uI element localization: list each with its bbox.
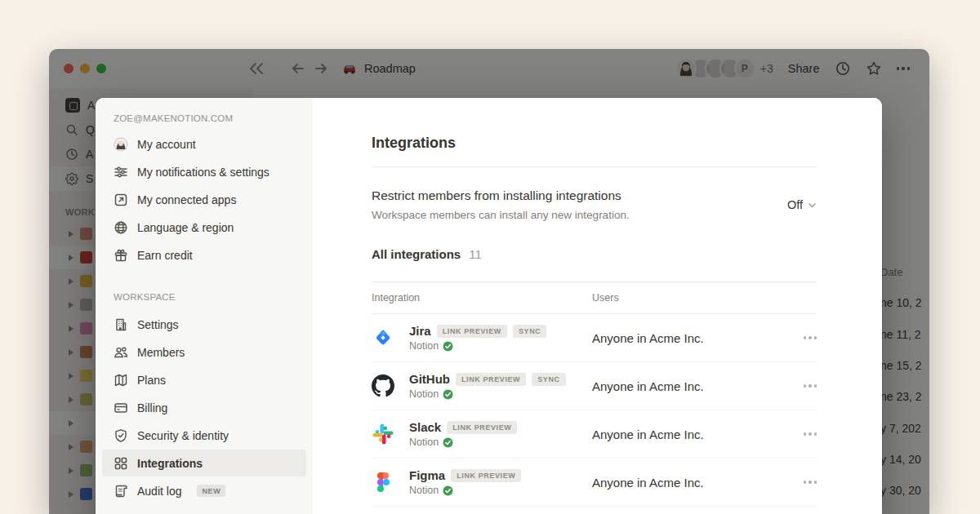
row-menu-icon[interactable] [789,336,817,339]
table-row: GitHub LINK PREVIEW SYNC Notion Anyo [372,362,817,410]
developer-name: Notion [409,340,439,352]
shield-check-icon [114,428,128,443]
settings-item-members[interactable]: Members [102,339,306,366]
credit-card-icon [114,401,128,415]
integration-name: Slack [409,420,441,434]
integration-users: Anyone in Acme Inc. [592,476,789,490]
sync-badge: SYNC [513,325,546,338]
settings-item-label: Plans [137,374,166,387]
table-row: Figma LINK PREVIEW Notion Anyone in Acme… [372,459,817,507]
verified-check-icon [443,389,453,400]
settings-item-label: My account [137,138,196,151]
settings-modal: ZOE@MAKENOTION.COM My account My notific… [96,98,882,514]
figma-logo [372,471,394,494]
table-row: Jira LINK PREVIEW SYNC Notion Anyone [372,314,817,362]
link-preview-badge: LINK PREVIEW [437,325,507,338]
developer-name: Notion [409,485,439,496]
github-logo [372,374,394,397]
settings-item-language-region[interactable]: Language & region [102,214,306,241]
row-menu-icon[interactable] [789,481,817,484]
integration-name: Jira [409,324,431,338]
building-icon [114,317,128,332]
table-header: Integration Users [372,281,817,314]
jira-logo [372,326,394,349]
new-badge: NEW [197,485,225,497]
restrict-subtitle: Workspace members can install any new in… [372,208,630,223]
arrow-up-right-box-icon [114,193,128,207]
gift-icon [114,248,128,263]
settings-item-label: Members [137,346,185,359]
column-integration: Integration [372,292,592,304]
settings-item-security[interactable]: Security & identity [102,422,306,449]
integration-users: Anyone in Acme Inc. [592,331,789,345]
developer-name: Notion [409,388,439,400]
link-preview-badge: LINK PREVIEW [456,373,526,386]
page: Roadmap P +3 Share [0,0,980,514]
content-title: Integrations [372,132,817,153]
integration-name: GitHub [409,372,450,386]
column-users: Users [592,292,789,304]
settings-item-billing[interactable]: Billing [102,394,306,421]
developer-name: Notion [409,436,439,448]
all-integrations-label: All integrations [372,247,461,261]
chevron-down-icon [808,201,817,210]
integrations-table: Integration Users Jira LINK PREVIEW [372,281,817,507]
settings-item-earn-credit[interactable]: Earn credit [102,241,306,268]
link-preview-badge: LINK PREVIEW [451,469,521,482]
settings-item-label: Billing [137,401,167,414]
integration-users: Anyone in Acme Inc. [592,379,789,393]
verified-check-icon [443,485,453,496]
settings-item-label: My notifications & settings [137,166,270,179]
restrict-setting-row: Restrict members from installing integra… [372,187,817,223]
settings-item-integrations[interactable]: Integrations [102,450,306,476]
settings-item-connected-apps[interactable]: My connected apps [102,186,306,213]
settings-item-label: Settings [137,318,179,331]
restrict-title: Restrict members from installing integra… [372,187,630,204]
workspace-section-header: WORKSPACE [102,291,306,303]
integration-name: Figma [409,468,445,482]
grid-icon [114,456,128,471]
integrations-count: 11 [469,247,482,261]
settings-item-label: Audit log [137,485,181,498]
notion-window: Roadmap P +3 Share [49,49,929,514]
sliders-icon [114,165,128,179]
divider [372,166,817,167]
all-integrations-heading: All integrations11 [372,247,817,261]
settings-item-label: My connected apps [137,193,236,206]
settings-item-label: Language & region [137,221,234,234]
link-preview-badge: LINK PREVIEW [447,421,517,434]
slack-logo [372,423,394,445]
scroll-icon [114,484,128,498]
settings-item-my-account[interactable]: My account [102,131,306,157]
people-icon [114,345,128,360]
integration-users: Anyone in Acme Inc. [592,428,789,441]
settings-item-settings[interactable]: Settings [102,311,306,338]
verified-check-icon [443,437,453,448]
restrict-value: Off [787,198,803,211]
settings-item-notifications[interactable]: My notifications & settings [102,158,306,185]
settings-item-label: Earn credit [137,249,193,262]
settings-sidebar: ZOE@MAKENOTION.COM My account My notific… [96,98,313,514]
globe-icon [114,220,128,235]
user-avatar-icon [114,137,128,152]
table-row: Slack LINK PREVIEW Notion Anyone in Acme… [372,410,817,459]
row-menu-icon[interactable] [789,384,817,388]
account-section-header: ZOE@MAKENOTION.COM [102,113,306,124]
map-icon [114,373,128,388]
sync-badge: SYNC [532,373,565,386]
settings-item-label: Security & identity [137,429,229,442]
settings-item-audit-log[interactable]: Audit log NEW [102,477,306,504]
settings-content: Integrations Restrict members from insta… [313,98,882,514]
settings-item-label: Integrations [137,457,203,470]
settings-item-plans[interactable]: Plans [102,366,306,393]
restrict-dropdown[interactable]: Off [787,198,817,211]
verified-check-icon [443,341,453,352]
row-menu-icon[interactable] [789,432,817,436]
